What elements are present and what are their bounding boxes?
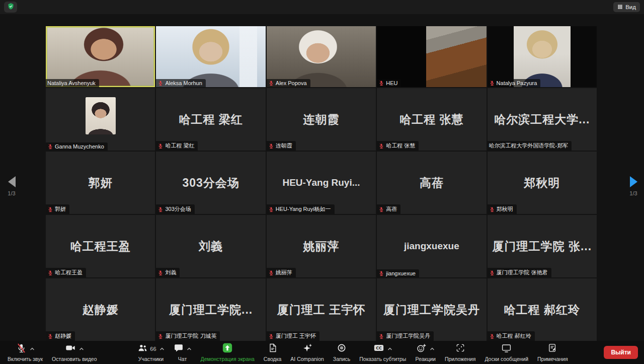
participant-tile[interactable]: HEU — [377, 26, 486, 87]
participant-tile[interactable]: 连朝霞连朝霞 — [267, 88, 376, 151]
muted-mic-icon — [378, 143, 384, 149]
participant-name-label: HEU — [377, 79, 401, 87]
participant-display-name: 郑秋明 — [524, 175, 560, 191]
participant-name-label: 哈工程 梁红 — [156, 141, 198, 151]
participant-name-label: 姚丽萍 — [267, 268, 296, 277]
participant-name-text: 哈工程 郝红玲 — [497, 332, 531, 340]
muted-mic-icon — [268, 143, 274, 149]
security-shield-button[interactable] — [4, 2, 17, 13]
mic-muted-icon — [16, 343, 27, 355]
participant-name-label: 郑秋明 — [488, 204, 517, 214]
participant-tile[interactable]: 哈工程 梁红哈工程 梁红 — [156, 88, 265, 151]
participant-name-label: Natalya Pazyura — [488, 79, 541, 87]
participant-tile[interactable]: HEU-Yang Ruyi...HEU-Yang Ruyi杨如一 — [267, 152, 376, 214]
participant-display-name: 哈工程 梁红 — [179, 112, 243, 127]
ai-companion-button[interactable]: AI Companion — [286, 341, 329, 364]
participant-tile[interactable]: 303分会场303分会场 — [156, 152, 265, 214]
participants-button[interactable]: 66Участники — [133, 341, 169, 364]
reactions-button[interactable]: Реакции — [411, 341, 440, 364]
chat-icon — [174, 343, 184, 354]
participant-tile[interactable]: Alex Popova — [267, 26, 376, 87]
meeting-topbar: Вид — [0, 0, 644, 14]
muted-mic-icon — [268, 270, 274, 276]
summary-label: Сводка — [264, 356, 281, 362]
participant-tile[interactable]: Aleksa Morhun — [156, 26, 265, 87]
muted-mic-icon — [268, 80, 274, 86]
page-indicator-left: 1/3 — [8, 190, 15, 196]
leave-button[interactable]: Выйти — [604, 346, 638, 359]
participant-name-text: 连朝霞 — [276, 142, 292, 150]
stop-video-options-caret[interactable] — [79, 347, 84, 351]
muted-mic-icon — [157, 270, 164, 276]
participant-name-text: HEU — [386, 80, 397, 86]
participant-name-text: 高蓓 — [386, 205, 397, 213]
participant-tile[interactable]: 哈尔滨工程大学...哈尔滨工程大学外国语学院-郑军 — [488, 88, 597, 151]
participant-tile[interactable]: 厦门理工学院吴丹厦门理工学院吴丹 — [377, 278, 486, 341]
participant-name-text: Alex Popova — [276, 80, 307, 86]
muted-mic-icon — [378, 206, 384, 212]
chat-button[interactable]: Чат — [169, 341, 196, 364]
participant-display-name: 哈工程 郝红玲 — [504, 302, 580, 318]
participant-tile[interactable]: 郭妍郭妍 — [46, 152, 155, 214]
notes-label: Примечания — [537, 356, 568, 362]
previous-page-nav: 1/3 — [3, 176, 20, 196]
participant-display-name: 高蓓 — [420, 175, 444, 191]
participant-tile[interactable]: 厦门理工学院 张...厦门理工学院 张艳君 — [488, 215, 597, 277]
captions-button[interactable]: CCПоказать субтитры — [355, 341, 411, 364]
chat-options-caret[interactable] — [187, 347, 192, 351]
reactions-label: Реакции — [415, 356, 436, 362]
participant-name-text: Nataliya Avshenyuk — [47, 80, 96, 86]
participant-name-text: 刘義 — [165, 269, 176, 276]
reactions-options-caret[interactable] — [430, 347, 435, 351]
whiteboards-button[interactable]: Доски сообщений — [480, 341, 533, 364]
participants-options-caret[interactable] — [159, 347, 165, 351]
unmute-options-caret[interactable] — [30, 347, 35, 351]
participant-tile[interactable]: Ganna Muzychenko — [46, 88, 155, 151]
participants-label: Участники — [138, 356, 164, 362]
grid-view-icon — [617, 4, 623, 11]
unmute-button[interactable]: Включить звук — [3, 341, 47, 364]
participant-tile[interactable]: 郑秋明郑秋明 — [488, 152, 597, 214]
stop-video-button[interactable]: Остановить видео — [47, 341, 101, 364]
participant-display-name: jiangxuexue — [404, 241, 459, 252]
muted-mic-icon — [378, 270, 384, 276]
participant-tile[interactable]: 哈工程 郝红玲哈工程 郝红玲 — [488, 278, 597, 341]
participant-display-name: 连朝霞 — [303, 112, 339, 127]
muted-mic-icon — [489, 270, 495, 276]
participant-tile[interactable]: jiangxuexuejiangxuexue — [377, 215, 486, 277]
svg-text:CC: CC — [376, 346, 382, 350]
participant-name-label: 哈工程 郝红玲 — [488, 331, 535, 341]
participant-tile[interactable]: Nataliya Avshenyuk — [46, 26, 155, 87]
cc-icon: CC — [373, 342, 384, 355]
notes-button[interactable]: Примечания — [533, 341, 573, 364]
apps-button[interactable]: Приложения — [440, 341, 480, 364]
participant-tile[interactable]: 厦门理工学院...厦门理工学院 刀城英 — [156, 278, 265, 341]
share-screen-button[interactable]: Демонстрация экрана — [196, 341, 259, 364]
participant-tile[interactable]: Natalya Pazyura — [488, 26, 597, 87]
sparkle-icon — [302, 342, 313, 355]
participant-name-text: 厦门理工 王宇怀 — [276, 332, 316, 340]
summary-button[interactable]: Сводка — [259, 341, 286, 364]
participant-name-label: Nataliya Avshenyuk — [46, 79, 99, 87]
muted-mic-icon — [378, 333, 384, 339]
participant-tile[interactable]: 姚丽萍姚丽萍 — [267, 215, 376, 277]
muted-mic-icon — [47, 206, 53, 212]
participant-tile[interactable]: 厦门理工 王宇怀厦门理工 王宇怀 — [267, 278, 376, 341]
previous-page-arrow-icon[interactable] — [8, 176, 16, 187]
record-button[interactable]: Запись — [329, 341, 355, 364]
document-icon — [268, 343, 278, 354]
participant-tile[interactable]: 赵静媛赵静媛 — [46, 278, 155, 341]
participant-tile[interactable]: 哈工程 张慧哈工程 张慧 — [377, 88, 486, 151]
page-indicator-right: 1/3 — [629, 190, 637, 196]
participant-name-text: 303分会场 — [165, 205, 191, 213]
participant-tile[interactable]: 高蓓高蓓 — [377, 152, 486, 214]
view-button[interactable]: Вид — [613, 2, 640, 12]
apps-icon — [455, 343, 465, 354]
captions-options-caret[interactable] — [387, 347, 392, 351]
next-page-arrow-icon[interactable] — [630, 176, 637, 187]
participant-tile[interactable]: 刘義刘義 — [156, 215, 265, 277]
participant-tile[interactable]: 哈工程王盈哈工程王盈 — [46, 215, 155, 277]
participant-display-name: 哈尔滨工程大学... — [494, 112, 590, 127]
participant-name-text: 赵静媛 — [55, 332, 71, 340]
participant-name-text: 厦门理工学院 张艳君 — [497, 269, 548, 276]
